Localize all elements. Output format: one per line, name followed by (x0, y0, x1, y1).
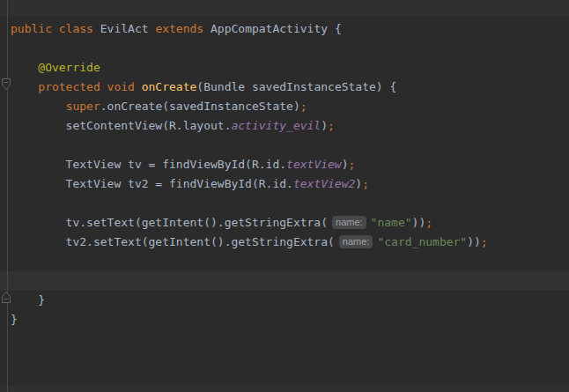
caret-line[interactable] (0, 271, 569, 291)
code-line[interactable] (0, 39, 569, 58)
parameter-name-hint: name: (332, 216, 366, 229)
code-token: ; (328, 119, 335, 132)
code-token: TextView tv2 = findViewById(R.id. (11, 177, 293, 190)
code-token: )) (467, 235, 481, 248)
code-token: ; (300, 100, 307, 113)
code-token: "name" (371, 216, 412, 229)
code-token: ; (481, 235, 488, 248)
code-line[interactable]: tv.setText(getIntent().getStringExtra(na… (0, 213, 569, 233)
code-token: tv2.setText(getIntent().getStringExtra( (11, 235, 335, 248)
code-token: super (66, 100, 100, 113)
editor-bottom-edge (0, 386, 569, 392)
code-line[interactable] (0, 136, 569, 155)
code-token: TextView tv = findViewById(R.id. (11, 158, 286, 171)
code-line[interactable]: tv2.setText(getIntent().getStringExtra(n… (0, 233, 569, 252)
code-token: ) (342, 158, 349, 171)
code-token: AppCompatActivity { (203, 22, 342, 35)
code-line[interactable]: super.onCreate(savedInstanceState); (0, 97, 569, 116)
code-line[interactable]: TextView tv2 = findViewById(R.id.textVie… (0, 174, 569, 194)
code-token: extends (155, 22, 203, 35)
code-token: } (11, 313, 18, 326)
code-token: } (11, 293, 45, 307)
code-token: ) (321, 119, 328, 132)
code-line[interactable]: protected void onCreate(Bundle savedInst… (0, 78, 569, 97)
code-token: protected void (38, 80, 141, 93)
code-token: public class (11, 22, 93, 35)
code-token: setContentView(R.layout. (11, 119, 231, 132)
code-token: ) (355, 177, 362, 190)
code-token: ; (349, 158, 356, 171)
parameter-name-hint: name: (339, 235, 373, 248)
code-token: ; (362, 177, 369, 190)
code-token: )) (412, 216, 426, 229)
code-token: "card_number" (377, 235, 467, 248)
code-area[interactable]: public class EvilAct extends AppCompatAc… (0, 19, 569, 329)
code-line[interactable]: } (0, 291, 569, 310)
code-token: @Override (38, 61, 100, 74)
code-line[interactable]: public class EvilAct extends AppCompatAc… (0, 19, 569, 39)
code-token: (Bundle savedInstanceState) { (196, 80, 396, 93)
fold-region-end-icon[interactable] (1, 291, 11, 310)
gutter-separator (7, 0, 8, 392)
code-token: .onCreate(savedInstanceState) (100, 100, 300, 113)
code-token: onCreate (142, 80, 197, 93)
code-line[interactable]: @Override (0, 58, 569, 78)
code-line[interactable]: } (0, 310, 569, 329)
fold-region-start-icon[interactable] (1, 78, 11, 97)
code-token: textView2 (293, 177, 355, 190)
code-token: ; (425, 216, 432, 229)
code-token: activity_evil (231, 119, 321, 132)
code-line[interactable]: setContentView(R.layout.activity_evil); (0, 116, 569, 136)
editor-top-edge (0, 0, 569, 17)
code-editor[interactable]: public class EvilAct extends AppCompatAc… (0, 0, 569, 392)
code-line[interactable] (0, 252, 569, 271)
code-token: tv.setText(getIntent().getStringExtra( (11, 216, 328, 229)
code-line[interactable]: TextView tv = findViewById(R.id.textView… (0, 155, 569, 174)
code-token (11, 61, 38, 74)
code-token: textView (286, 158, 342, 171)
code-line[interactable] (0, 194, 569, 213)
code-token: EvilAct (93, 22, 155, 35)
code-token (11, 80, 38, 93)
code-token (11, 100, 66, 113)
